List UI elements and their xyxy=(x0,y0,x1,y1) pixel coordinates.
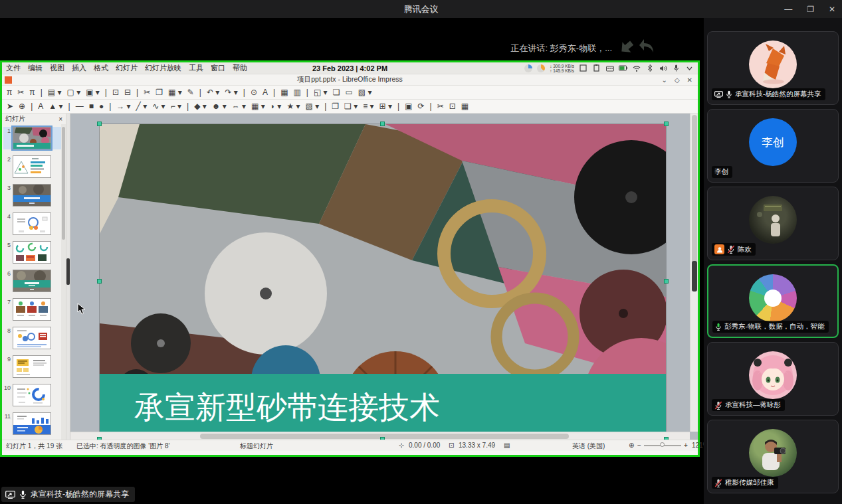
separator[interactable]: | xyxy=(324,102,326,110)
separator[interactable]: | xyxy=(243,88,245,96)
distribute-icon[interactable]: ⊞ ▾ xyxy=(379,102,392,110)
block-arrows-icon[interactable]: ⇔ ▾ xyxy=(232,102,246,110)
volume-icon[interactable] xyxy=(659,64,667,72)
new-document-icon[interactable]: ▤ ▾ xyxy=(48,88,62,96)
battery-icon[interactable] xyxy=(619,64,627,72)
participant-tile-sharer[interactable]: 承宣科技-杨皓然的屏幕共享 xyxy=(707,31,839,105)
menu-item[interactable]: 幻灯片放映 xyxy=(145,63,181,73)
slide-thumbnail-7[interactable]: 7 xyxy=(3,298,66,321)
line-freeform-icon[interactable]: ╱ ▾ xyxy=(136,102,148,110)
sidebar-toggle-handle[interactable] xyxy=(692,261,697,292)
3d-objects-icon[interactable]: ▧ ▾ xyxy=(306,102,320,110)
separator[interactable]: | xyxy=(187,102,189,110)
redo-icon[interactable]: ↷ ▾ xyxy=(225,88,237,96)
insert-line-icon[interactable]: — xyxy=(76,102,84,110)
separator[interactable]: | xyxy=(41,88,43,96)
slide-thumbnail-11[interactable]: 11 xyxy=(3,412,66,435)
slide-canvas[interactable]: 承宣新型砂带连接技术 xyxy=(70,114,698,440)
selection-handle-tl[interactable] xyxy=(97,122,102,126)
slide-thumbnail-8[interactable]: 8 xyxy=(3,327,66,349)
menu-item[interactable]: 窗口 xyxy=(211,63,225,73)
slide-thumbnail-9[interactable]: 9 xyxy=(3,355,66,378)
basic-shapes-icon[interactable]: ◆ ▾ xyxy=(194,102,207,110)
status-language[interactable]: 英语 (美国) xyxy=(572,442,605,451)
chevron-down-icon[interactable] xyxy=(685,64,694,72)
duplicate-slide-icon[interactable]: ▭ xyxy=(345,88,352,96)
export-pdf-icon[interactable]: ⊡ xyxy=(112,88,119,96)
fit-slide-icon[interactable]: ⊕ xyxy=(629,442,634,449)
impress-maximize-button[interactable]: ◇ xyxy=(675,76,680,84)
separator[interactable]: | xyxy=(105,88,107,96)
fill-color-icon[interactable]: ▲ ▾ xyxy=(49,102,62,110)
spelling-icon[interactable]: A xyxy=(263,88,268,96)
shadow-icon[interactable]: ▣ xyxy=(405,102,412,110)
open-file-icon[interactable]: ▢ ▾ xyxy=(66,88,80,96)
selection-handle-br[interactable] xyxy=(664,437,669,440)
clipboard-icon[interactable] xyxy=(592,64,601,72)
impress-close-button[interactable]: ✕ xyxy=(687,76,692,84)
cut-icon[interactable]: ✂ xyxy=(144,88,150,96)
symbol-shapes-icon[interactable]: ☻ ▾ xyxy=(212,102,227,110)
master-slide-icon[interactable]: ❏ xyxy=(333,88,340,96)
minimize-button[interactable]: — xyxy=(784,5,792,14)
menu-item[interactable]: 幻灯片 xyxy=(116,63,138,73)
rotate-icon[interactable]: ❐ xyxy=(332,102,339,110)
separator[interactable]: | xyxy=(306,88,308,96)
slide-thumbnail-5[interactable]: 5 xyxy=(3,241,66,264)
insert-textbox-icon[interactable]: A xyxy=(38,102,43,110)
slide-thumbnail-3[interactable]: 3 xyxy=(3,184,66,207)
separator[interactable]: | xyxy=(68,102,70,110)
impress-minimize-button[interactable]: ⌄ xyxy=(662,76,667,84)
menu-item[interactable]: 文件 xyxy=(6,63,21,73)
microphone-tray-icon[interactable] xyxy=(672,64,681,72)
snap-guides-icon[interactable]: ▥ xyxy=(293,88,300,96)
zoom-out-button[interactable]: − xyxy=(637,442,641,449)
participant-tile-jiangyongtong[interactable]: 承宣科技—蒋咏彤 xyxy=(707,342,839,416)
slide-panel-scrollbar[interactable] xyxy=(61,124,66,440)
slide-thumbnail-10[interactable]: 10 xyxy=(3,384,66,406)
selection-handle-tr[interactable] xyxy=(664,122,669,126)
clone-formatting-icon[interactable]: ✎ xyxy=(187,88,194,96)
display-view-icon[interactable]: ◱ ▾ xyxy=(314,88,328,96)
slide-thumbnail-6[interactable]: 6 xyxy=(3,270,66,292)
menu-item[interactable]: 插入 xyxy=(72,63,86,73)
slide-thumbnail-1[interactable]: 1 xyxy=(3,127,66,149)
zoom-slider-knob[interactable] xyxy=(660,442,665,447)
table-icon[interactable]: ▦ ▾ xyxy=(251,102,265,110)
grid-icon[interactable]: ▦ xyxy=(280,88,288,96)
wifi-icon[interactable] xyxy=(632,64,641,72)
image-mode-icon[interactable]: ▦ xyxy=(461,102,469,110)
workspace-icon[interactable] xyxy=(579,64,587,72)
zoom-pan-icon[interactable]: ⊕ xyxy=(19,102,25,110)
undo-icon[interactable]: ↶ ▾ xyxy=(207,88,219,96)
menu-item[interactable]: 编辑 xyxy=(28,63,43,73)
close-button[interactable]: ✕ xyxy=(829,5,835,14)
select-icon[interactable]: ➤ xyxy=(7,102,13,110)
slide-layout-icon[interactable]: ▧ ▾ xyxy=(358,88,372,96)
rectangle-icon[interactable]: ■ xyxy=(89,102,94,110)
maximize-button[interactable]: ❐ xyxy=(807,5,814,14)
menu-item[interactable]: 格式 xyxy=(94,63,108,73)
slide-panel-close-icon[interactable]: × xyxy=(58,116,62,123)
paste-icon[interactable]: ▦ ▾ xyxy=(168,88,182,96)
participant-tile-lichuang[interactable]: 李创 李创 xyxy=(707,109,839,183)
participant-tile-zoujiakang[interactable]: 稚影传媒邹佳康 xyxy=(707,420,839,493)
save-icon[interactable]: ▣ ▾ xyxy=(86,88,100,96)
filter-icon[interactable]: ⊡ xyxy=(449,102,456,110)
selection-handle-tm[interactable] xyxy=(380,122,385,126)
curve-icon[interactable]: ∿ ▾ xyxy=(152,102,165,110)
selection-handle-mr[interactable] xyxy=(664,279,669,284)
status-master-slide[interactable]: 标题幻灯片 xyxy=(240,442,273,451)
participant-tile-pengxiudong[interactable]: 彭秀东-物联，数据，自动，智能 xyxy=(707,264,839,338)
menu-item[interactable]: 帮助 xyxy=(233,63,247,73)
lines-arrows-icon[interactable]: → ▾ xyxy=(116,102,130,110)
crop-image-icon[interactable]: ✂ xyxy=(437,102,444,110)
vertical-scroll-thumb[interactable] xyxy=(692,115,697,284)
copy-icon[interactable]: ❐ xyxy=(156,88,163,96)
separator[interactable]: | xyxy=(109,102,111,110)
bluetooth-icon[interactable] xyxy=(645,64,654,72)
separator[interactable]: | xyxy=(397,102,399,110)
separator[interactable]: | xyxy=(273,88,275,96)
separator[interactable]: | xyxy=(136,88,138,96)
zoom-in-button[interactable]: + xyxy=(684,442,688,449)
